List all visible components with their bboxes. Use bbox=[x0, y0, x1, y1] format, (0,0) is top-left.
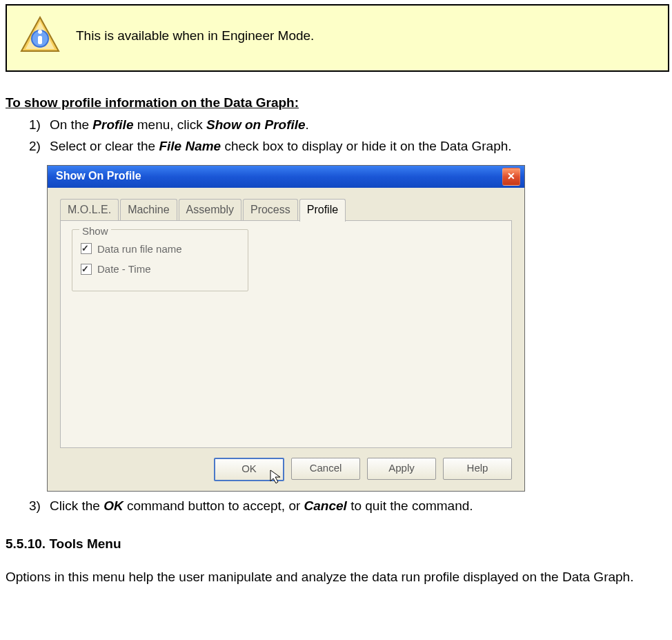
tab-profile[interactable]: Profile bbox=[299, 199, 346, 222]
tab-process[interactable]: Process bbox=[243, 199, 298, 220]
ok-button[interactable]: OK bbox=[214, 458, 284, 481]
apply-button[interactable]: Apply bbox=[367, 458, 436, 480]
checkbox-filename-label: Data run file name bbox=[97, 241, 182, 257]
group-legend: Show bbox=[79, 223, 111, 239]
dialog-show-on-profile: Show On Profile ✕ M.O.L.E. Machine Assem… bbox=[47, 165, 525, 492]
note-box: This is available when in Engineer Mode. bbox=[6, 4, 669, 72]
cancel-button[interactable]: Cancel bbox=[291, 458, 360, 480]
dialog-button-row: OK Cancel Apply Help bbox=[60, 448, 512, 481]
cursor-icon bbox=[269, 469, 284, 484]
dialog-titlebar: Show On Profile ✕ bbox=[48, 166, 524, 188]
tab-machine[interactable]: Machine bbox=[120, 199, 177, 220]
section-heading: 5.5.10. Tools Menu bbox=[6, 536, 669, 552]
section-paragraph: Options in this menu help the user manip… bbox=[6, 568, 669, 586]
checkbox-datetime-label: Date - Time bbox=[97, 261, 151, 277]
checkbox-filename[interactable] bbox=[81, 243, 92, 254]
steps-list: On the Profile menu, click Show on Profi… bbox=[6, 115, 669, 516]
tab-assembly[interactable]: Assembly bbox=[179, 199, 241, 220]
help-button[interactable]: Help bbox=[443, 458, 512, 480]
close-button[interactable]: ✕ bbox=[502, 168, 520, 186]
svg-marker-6 bbox=[270, 470, 280, 483]
group-show: Show Data run file name Date - Time bbox=[72, 229, 248, 292]
svg-point-5 bbox=[38, 30, 42, 34]
tab-mole[interactable]: M.O.L.E. bbox=[60, 199, 119, 220]
note-text: This is available when in Engineer Mode. bbox=[76, 28, 314, 43]
dialog-title: Show On Profile bbox=[56, 168, 141, 185]
step-3: Click the OK command button to accept, o… bbox=[50, 496, 669, 516]
step-1: On the Profile menu, click Show on Profi… bbox=[50, 115, 669, 135]
tab-panel-profile: Show Data run file name Date - Time bbox=[60, 220, 512, 448]
check-row-datetime[interactable]: Date - Time bbox=[81, 261, 239, 277]
step-2: Select or clear the File Name check box … bbox=[50, 136, 669, 491]
info-icon bbox=[19, 15, 61, 57]
close-icon: ✕ bbox=[507, 169, 515, 184]
procedure-heading: To show profile information on the Data … bbox=[6, 95, 669, 110]
svg-rect-4 bbox=[38, 36, 42, 44]
checkbox-datetime[interactable] bbox=[81, 264, 92, 275]
tab-strip: M.O.L.E. Machine Assembly Process Profil… bbox=[60, 199, 512, 220]
check-row-filename[interactable]: Data run file name bbox=[81, 241, 239, 257]
